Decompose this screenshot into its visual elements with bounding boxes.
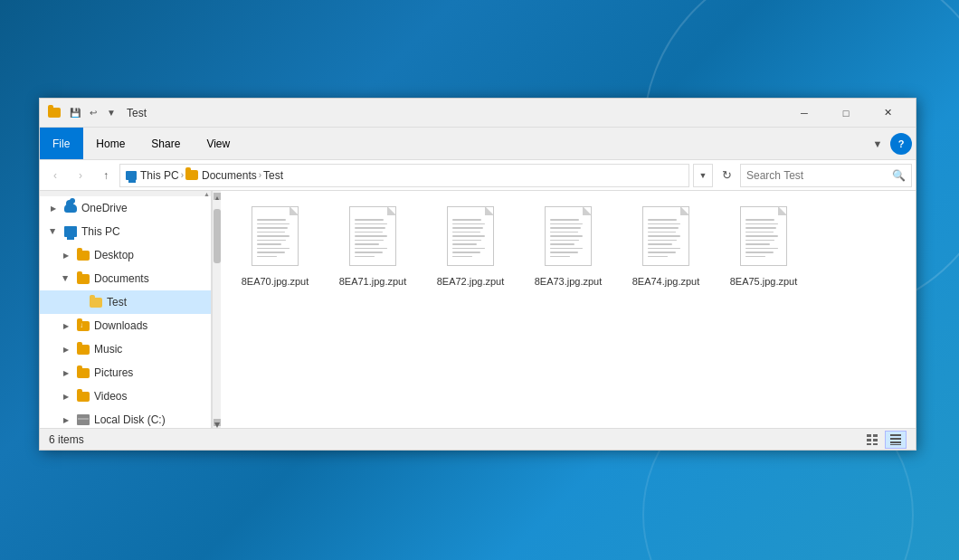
breadcrumb-test: Test xyxy=(263,169,283,182)
view-buttons xyxy=(861,431,907,449)
sidebar-item-onedrive[interactable]: ▶ OneDrive xyxy=(40,196,211,220)
file-item-0[interactable]: 8EA70.jpg.zput xyxy=(230,200,320,294)
sidebar-item-local-disk[interactable]: ▶ Local Disk (C:) xyxy=(40,408,211,428)
details-view-icon xyxy=(866,433,878,446)
file-item-2[interactable]: 8EA72.jpg.zput xyxy=(425,200,516,294)
close-button[interactable]: ✕ xyxy=(867,99,908,128)
minimize-button[interactable]: ─ xyxy=(783,99,825,128)
help-button[interactable]: ? xyxy=(890,133,912,155)
ribbon: File Home Share View ▼ ? xyxy=(40,128,916,160)
scrollbar-down-arrow[interactable] xyxy=(214,419,221,426)
folder-icon-small xyxy=(48,108,61,118)
up-button[interactable]: ↑ xyxy=(94,164,118,187)
file-name-4: 8EA74.jpg.zput xyxy=(632,275,700,288)
forward-button[interactable]: › xyxy=(69,164,92,187)
expand-arrow-documents: ▶ xyxy=(60,272,72,285)
window-title: Test xyxy=(127,107,783,119)
files-grid: 8EA70.jpg.zput 8EA71.jpg.zput xyxy=(230,200,907,294)
sidebar-item-desktop[interactable]: ▶ Desktop xyxy=(40,243,211,267)
test-folder-icon xyxy=(89,295,103,309)
scrollbar-up-arrow[interactable] xyxy=(214,193,221,200)
sidebar-item-this-pc[interactable]: ▶ This PC xyxy=(40,220,211,243)
local-disk-icon xyxy=(76,413,90,427)
ribbon-tab-view[interactable]: View xyxy=(194,128,243,159)
sidebar-item-test[interactable]: ▶ Test xyxy=(40,290,211,314)
search-icon[interactable]: 🔍 xyxy=(892,169,906,182)
svg-rect-6 xyxy=(867,443,871,445)
status-bar: 6 items xyxy=(40,428,916,450)
file-item-4[interactable]: 8EA74.jpg.zput xyxy=(621,200,711,294)
quick-save-icon[interactable]: 💾 xyxy=(67,105,83,121)
sidebar-item-videos[interactable]: ▶ Videos xyxy=(40,384,211,408)
sidebar-item-documents[interactable]: ▶ Documents xyxy=(40,267,211,290)
sidebar-label-pictures: Pictures xyxy=(94,366,133,379)
sidebar-item-pictures[interactable]: ▶ Pictures xyxy=(40,361,211,384)
search-box[interactable]: 🔍 xyxy=(740,164,912,187)
ribbon-tab-share[interactable]: Share xyxy=(138,128,194,159)
file-name-0: 8EA70.jpg.zput xyxy=(242,275,309,288)
sidebar: ▲ ▶ OneDrive ▶ This PC xyxy=(40,191,212,428)
svg-rect-8 xyxy=(890,434,901,436)
svg-rect-4 xyxy=(867,439,871,441)
view-large-icons-button[interactable] xyxy=(885,431,907,449)
folder-icon-bc xyxy=(185,170,198,180)
window-controls: ─ □ ✕ xyxy=(783,99,908,128)
desktop-icon xyxy=(76,248,90,262)
status-item-count: 6 items xyxy=(49,433,861,446)
title-bar-folder-icon xyxy=(47,106,62,120)
file-item-3[interactable]: 8EA73.jpg.zput xyxy=(523,200,613,294)
sidebar-item-music[interactable]: ▶ Music xyxy=(40,337,211,361)
quick-access-toolbar: 💾 ↩ ▼ xyxy=(67,105,119,121)
sidebar-label-desktop: Desktop xyxy=(94,249,134,261)
refresh-button[interactable]: ↻ xyxy=(715,164,738,187)
file-name-1: 8EA71.jpg.zput xyxy=(339,275,407,288)
content-area: ▲ ▶ OneDrive ▶ This PC xyxy=(40,191,916,428)
sidebar-label-local-disk: Local Disk (C:) xyxy=(94,413,166,426)
svg-rect-9 xyxy=(890,438,901,440)
sidebar-label-documents: Documents xyxy=(94,272,149,285)
back-button[interactable]: ‹ xyxy=(43,164,67,187)
this-pc-icon xyxy=(63,224,78,239)
documents-icon xyxy=(76,271,90,286)
view-details-button[interactable] xyxy=(861,431,883,449)
videos-icon xyxy=(76,389,90,403)
scrollbar-thumb[interactable] xyxy=(214,209,221,263)
breadcrumb-documents: Documents xyxy=(185,169,257,182)
file-name-3: 8EA73.jpg.zput xyxy=(535,275,603,288)
file-icon-4 xyxy=(640,206,692,270)
pictures-icon xyxy=(76,365,90,380)
breadcrumb[interactable]: This PC › Documents › Test xyxy=(119,164,689,187)
quick-undo-icon[interactable]: ↩ xyxy=(85,105,101,121)
ribbon-tab-home[interactable]: Home xyxy=(83,128,138,159)
files-area: 8EA70.jpg.zput 8EA71.jpg.zput xyxy=(221,191,916,428)
ribbon-expand-area: ▼ ? xyxy=(867,128,916,159)
downloads-icon xyxy=(76,318,90,333)
address-bar: ‹ › ↑ This PC › Documents › Test ▼ ↻ 🔍 xyxy=(40,160,916,191)
expand-arrow-pictures: ▶ xyxy=(60,366,72,379)
file-icon-2 xyxy=(444,206,497,270)
expand-arrow-local-disk: ▶ xyxy=(60,413,72,426)
address-dropdown-button[interactable]: ▼ xyxy=(693,164,713,187)
file-icon-0 xyxy=(249,206,301,270)
sidebar-scrollbar[interactable] xyxy=(212,191,221,428)
large-icons-view-icon xyxy=(889,433,902,446)
expand-arrow-downloads: ▶ xyxy=(60,319,72,332)
search-input[interactable] xyxy=(746,169,892,182)
file-item-5[interactable]: 8EA75.jpg.zput xyxy=(718,200,809,294)
sidebar-label-videos: Videos xyxy=(94,390,127,403)
expand-arrow-onedrive: ▶ xyxy=(47,202,60,214)
maximize-button[interactable]: □ xyxy=(825,99,867,128)
svg-rect-11 xyxy=(890,444,901,445)
expand-arrow-videos: ▶ xyxy=(60,390,72,403)
file-item-1[interactable]: 8EA71.jpg.zput xyxy=(328,200,418,294)
ribbon-tab-file[interactable]: File xyxy=(40,128,83,159)
expand-arrow-music: ▶ xyxy=(60,343,72,356)
ribbon-expand-button[interactable]: ▼ xyxy=(867,133,888,155)
file-icon-3 xyxy=(542,206,594,270)
sidebar-label-test: Test xyxy=(107,296,127,308)
breadcrumb-this-pc: This PC xyxy=(126,169,179,182)
quick-more-icon[interactable]: ▼ xyxy=(103,105,119,121)
sidebar-item-downloads[interactable]: ▶ Downloads xyxy=(40,314,211,337)
music-icon xyxy=(76,342,90,356)
file-name-2: 8EA72.jpg.zput xyxy=(437,275,505,288)
